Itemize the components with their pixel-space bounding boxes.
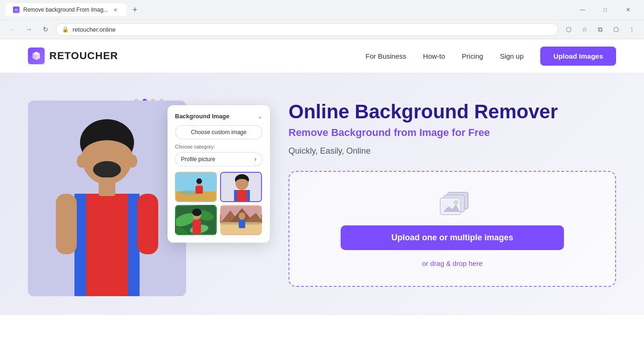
maximize-button[interactable]: □: [595, 3, 616, 17]
site-nav: For Business How-to Pricing Sign up Uplo…: [366, 47, 617, 66]
menu-icon[interactable]: ⋮: [625, 23, 638, 36]
svg-rect-43: [440, 198, 461, 215]
nav-for-business[interactable]: For Business: [366, 52, 407, 60]
profile-icon[interactable]: ⬡: [610, 23, 623, 36]
choose-custom-image-button[interactable]: Choose custom image: [175, 125, 262, 139]
thumbnail-removed[interactable]: [220, 172, 262, 202]
header-upload-button[interactable]: Upload Images: [540, 47, 616, 66]
hero-subtitle: Remove Background from Image for Free: [288, 127, 616, 139]
nav-sign-up[interactable]: Sign up: [500, 52, 523, 60]
hero-right-panel: Online Background Remover Remove Backgro…: [288, 101, 616, 287]
hero-left-panel: Background Image ⌄ Choose custom image C…: [28, 91, 270, 296]
background-panel-card: Background Image ⌄ Choose custom image C…: [168, 105, 270, 243]
category-value: Profile picture: [181, 156, 215, 163]
upload-area[interactable]: Upload one or multiple images or drag & …: [288, 171, 616, 287]
svg-rect-24: [247, 190, 250, 202]
website: RETOUCHER For Business How-to Pricing Si…: [0, 39, 644, 315]
upload-icon-stack: [438, 190, 466, 216]
svg-point-3: [93, 161, 121, 178]
svg-point-21: [235, 179, 248, 187]
tab-favicon-letter: R: [15, 8, 18, 12]
browser-actions: ⬡ ☆ ⧉ ⬡ ⋮: [562, 23, 638, 36]
nav-how-to[interactable]: How-to: [423, 52, 445, 60]
hero-image-background: [28, 101, 186, 296]
hero-title: Online Background Remover: [288, 101, 616, 123]
tab-title: Remove background From Imag...: [23, 7, 108, 13]
tab-close-button[interactable]: ✕: [112, 6, 119, 14]
site-header: RETOUCHER For Business How-to Pricing Si…: [0, 39, 644, 73]
logo-icon: [28, 47, 45, 64]
minimize-button[interactable]: —: [572, 3, 593, 17]
tab-bar: R Remove background From Imag... ✕ +: [6, 3, 564, 16]
extensions-icon[interactable]: ⧉: [594, 23, 607, 36]
logo-text: RETOUCHER: [49, 50, 118, 62]
refresh-button[interactable]: ↻: [39, 23, 52, 36]
forward-button[interactable]: →: [22, 23, 35, 36]
svg-point-45: [454, 200, 458, 205]
browser-titlebar: R Remove background From Imag... ✕ + — □…: [0, 0, 644, 20]
address-bar[interactable]: 🔒 retoucher.online: [56, 23, 558, 36]
svg-rect-7: [56, 194, 77, 254]
site-main: Background Image ⌄ Choose custom image C…: [0, 73, 644, 315]
svg-rect-9: [99, 177, 115, 196]
svg-rect-40: [239, 220, 245, 228]
thumbnail-desert[interactable]: [220, 205, 262, 235]
svg-point-39: [239, 212, 245, 220]
svg-rect-8: [137, 194, 158, 254]
svg-point-10: [77, 155, 86, 168]
category-select[interactable]: Profile picture ›: [175, 152, 262, 166]
url-text: retoucher.online: [73, 26, 552, 33]
svg-rect-23: [234, 190, 237, 202]
browser-chrome: R Remove background From Imag... ✕ + — □…: [0, 0, 644, 39]
logo[interactable]: RETOUCHER: [28, 47, 118, 64]
bg-panel-title: Background Image: [175, 113, 229, 120]
choose-category-label: Choose category:: [175, 144, 262, 149]
background-thumbnails: [175, 172, 262, 235]
thumbnail-beach[interactable]: [175, 172, 217, 202]
svg-point-31: [192, 209, 201, 216]
svg-point-16: [196, 178, 202, 184]
nav-pricing[interactable]: Pricing: [462, 52, 483, 60]
thumbnail-leaves[interactable]: [175, 205, 217, 235]
svg-point-11: [128, 155, 137, 168]
bookmark-icon[interactable]: ☆: [578, 23, 591, 36]
window-controls: — □ ✕: [572, 3, 638, 17]
svg-rect-17: [195, 186, 203, 194]
category-arrow-icon: ›: [255, 156, 256, 163]
hero-description: Quickly, Easily, Online: [288, 146, 616, 156]
upload-images-button[interactable]: Upload one or multiple images: [341, 225, 564, 250]
new-tab-button[interactable]: +: [128, 3, 141, 16]
tab-favicon: R: [13, 7, 20, 13]
chevron-down-icon[interactable]: ⌄: [258, 113, 262, 120]
active-tab[interactable]: R Remove background From Imag... ✕: [6, 3, 127, 16]
back-button[interactable]: ←: [6, 23, 19, 36]
cast-icon[interactable]: ⬡: [562, 23, 575, 36]
lock-icon: 🔒: [62, 26, 69, 33]
svg-rect-32: [193, 220, 201, 235]
close-button[interactable]: ✕: [617, 3, 638, 17]
bg-panel-header: Background Image ⌄: [175, 113, 262, 120]
browser-nav: ← → ↻ 🔒 retoucher.online ⬡ ☆ ⧉ ⬡ ⋮: [0, 20, 644, 39]
drag-drop-text: or drag & drop here: [422, 259, 483, 267]
